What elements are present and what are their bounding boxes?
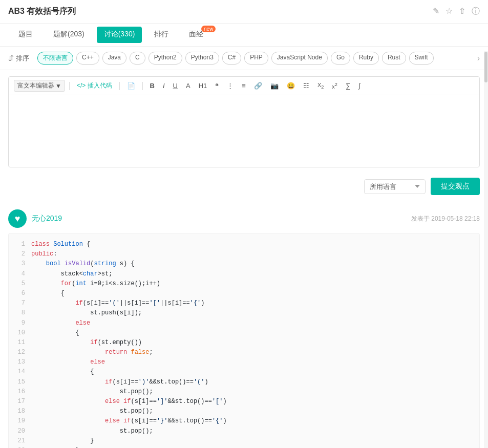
code-token: (s[i]== (131, 398, 156, 405)
filter-tag-csharp[interactable]: C# (222, 52, 241, 65)
underline-button[interactable]: U (170, 81, 181, 91)
tab-interview[interactable]: 面经 new (179, 24, 214, 46)
quote-button[interactable]: ❝ (212, 81, 222, 91)
filter-tag-c[interactable]: C (130, 52, 145, 65)
toolbar-divider-1 (69, 82, 70, 90)
filter-tag-ruby[interactable]: Ruby (353, 52, 379, 65)
file-button[interactable]: 📄 (124, 81, 138, 91)
code-token: else (90, 358, 105, 366)
filter-bar: ⇵ 排序 不限语言C++JavaCPython2Python3C#PHPJava… (0, 47, 488, 70)
filter-tag-swift[interactable]: Swift (409, 52, 434, 65)
ordered-list-button[interactable]: ≡ (239, 81, 249, 91)
code-token: '{' (212, 417, 223, 424)
code-token: public (31, 250, 53, 258)
star-icon[interactable]: ☆ (445, 6, 453, 17)
sum-button[interactable]: ∑ (343, 81, 353, 91)
filter-tag-php[interactable]: PHP (244, 52, 268, 65)
filter-tag-go[interactable]: Go (331, 52, 350, 65)
formula-button[interactable]: ∫ (355, 81, 364, 91)
filter-tag-python2[interactable]: Python2 (148, 52, 182, 65)
link-button[interactable]: 🔗 (251, 81, 265, 91)
image-button[interactable]: 📷 (267, 81, 282, 91)
code-token: (s[i]== (131, 417, 156, 424)
superscript-button[interactable]: x2 (329, 81, 341, 91)
editor-content[interactable] (9, 95, 479, 167)
code-line: 19 else if(s[i]=='}'&&st.top()=='{') (15, 416, 473, 426)
editor-area: 富文本编辑器 ▼ </> 插入代码 📄 B I U A H1 ❝ ⋮ ≡ 🔗 📷… (8, 76, 480, 167)
line-number: 5 (15, 279, 25, 289)
code-line: 1class Solution { (15, 240, 473, 249)
code-line: 2public: (15, 249, 473, 259)
line-code: st.pop(); (31, 407, 153, 416)
code-token: else if (105, 398, 131, 405)
code-token: return (105, 349, 127, 356)
code-token: int (75, 280, 87, 287)
editor-mode-label: 富文本编辑器 (17, 81, 54, 90)
code-token: ) (205, 378, 208, 386)
code-line: 3 bool isValid(string s) { (15, 259, 473, 269)
font-color-button[interactable]: A (183, 81, 194, 91)
tab-rank[interactable]: 排行 (144, 24, 179, 46)
bold-button[interactable]: B (147, 81, 158, 91)
filter-tag-all[interactable]: 不限语言 (37, 52, 73, 65)
code-token: '{' (190, 300, 201, 307)
tab-problem[interactable]: 题目 (8, 24, 43, 46)
page-wrapper: AB3 有效括号序列 ✎ ☆ ⇧ ⓘ 题目 题解(203) 讨论(330) 排行… (0, 0, 488, 448)
share-icon[interactable]: ⇧ (459, 6, 465, 17)
code-line: 18 st.pop(); (15, 407, 473, 416)
line-code: st.pop(); (31, 426, 153, 436)
scrollbar-thumb[interactable] (484, 52, 487, 82)
code-token: if (75, 300, 82, 307)
info-icon[interactable]: ⓘ (472, 6, 480, 17)
tab-discuss[interactable]: 讨论(330) (97, 27, 142, 43)
line-number: 8 (15, 308, 25, 318)
code-token: isValid (65, 260, 90, 267)
filter-tag-javascript[interactable]: JavaScript Node (271, 52, 328, 65)
line-number: 9 (15, 318, 25, 328)
line-number: 15 (15, 377, 25, 387)
heading-button[interactable]: H1 (196, 81, 210, 91)
editor-toolbar: 富文本编辑器 ▼ </> 插入代码 📄 B I U A H1 ❝ ⋮ ≡ 🔗 📷… (9, 77, 479, 95)
sort-button[interactable]: ⇵ 排序 (8, 54, 29, 63)
code-token: Solution (53, 241, 83, 248)
language-select[interactable]: 所用语言C++JavaCPython2Python3C#PHPJavaScrip… (364, 179, 426, 194)
filter-tag-cpp[interactable]: C++ (76, 52, 99, 65)
code-token: string (94, 260, 116, 267)
edit-icon[interactable]: ✎ (433, 6, 439, 17)
filter-tag-python3[interactable]: Python3 (185, 52, 219, 65)
code-token: if (90, 339, 97, 346)
line-number: 6 (15, 289, 25, 298)
code-line: 13 else (15, 357, 473, 367)
code-token: ')' (138, 378, 150, 386)
code-token: if (105, 378, 112, 386)
code-line: 7 if(s[i]=='('||s[i]=='['||s[i]=='{') (15, 298, 473, 308)
line-code: public: (31, 249, 57, 259)
code-line: 14 { (15, 367, 473, 377)
filter-tag-rust[interactable]: Rust (382, 52, 406, 65)
code-token: ||s[i]== (120, 300, 150, 307)
unordered-list-button[interactable]: ⋮ (224, 81, 237, 91)
insert-code-button[interactable]: </> 插入代码 (74, 80, 115, 91)
tab-solution[interactable]: 题解(203) (43, 24, 95, 46)
line-code: else (31, 318, 90, 328)
filter-arrow-icon[interactable]: › (477, 54, 480, 63)
subscript-button[interactable]: X2 (314, 81, 327, 91)
code-line: 5 for(int i=0;i<s.size();i++) (15, 279, 473, 289)
line-code: { (31, 328, 79, 338)
emoji-button[interactable]: 😀 (284, 81, 298, 91)
code-token: &&st.top()== (167, 398, 211, 405)
table-button[interactable]: ☷ (300, 81, 312, 91)
line-number: 22 (15, 446, 25, 448)
page-header: AB3 有效括号序列 ✎ ☆ ⇧ ⓘ (0, 0, 488, 24)
code-token: ) (223, 417, 227, 424)
editor-mode-dropdown[interactable]: 富文本编辑器 ▼ (14, 80, 65, 92)
scrollbar-track[interactable] (484, 51, 488, 448)
code-token: : (53, 250, 57, 258)
submit-button[interactable]: 提交观点 (431, 178, 480, 195)
code-line: 22 } (15, 446, 473, 448)
line-number: 21 (15, 436, 25, 446)
filter-tag-java[interactable]: Java (102, 52, 126, 65)
code-token: ) (201, 300, 204, 307)
italic-button[interactable]: I (160, 81, 168, 91)
post-username[interactable]: 无心2019 (32, 214, 62, 223)
